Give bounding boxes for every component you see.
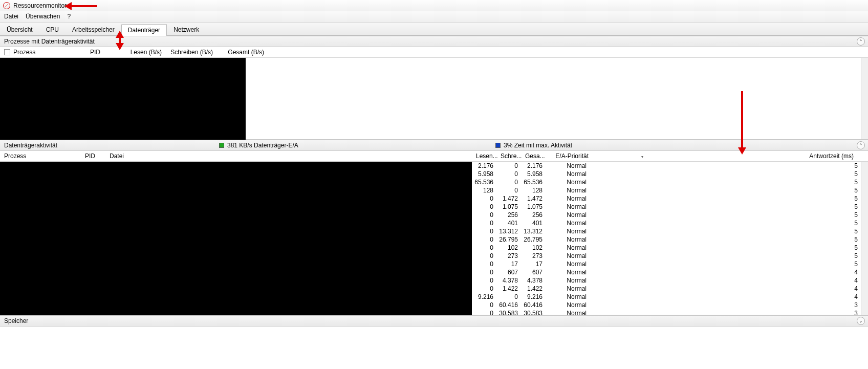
select-all-checkbox[interactable]: [4, 49, 10, 55]
table-row[interactable]: 030.58330.583Normal3: [472, 309, 861, 315]
busy-label: 3% Zeit mit max. Aktivität: [504, 142, 572, 149]
table-row[interactable]: 01.0751.075Normal5: [472, 203, 861, 211]
diskactivity-body: 2.17602.176Normal55.95805.958Normal565.5…: [0, 162, 868, 315]
table-row[interactable]: 0273273Normal5: [472, 252, 861, 260]
processes-body: [0, 58, 868, 140]
io-indicator-icon: [219, 143, 224, 148]
col-read[interactable]: Lesen...: [476, 153, 501, 160]
tab-memory[interactable]: Arbeitsspeicher: [66, 24, 121, 35]
col-pid[interactable]: PID: [90, 49, 121, 56]
table-row[interactable]: 0607607Normal4: [472, 268, 861, 276]
table-row[interactable]: 060.41660.416Normal3: [472, 301, 861, 309]
io-label: 381 KB/s Datenträger-E/A: [227, 142, 298, 149]
col-priority[interactable]: E/A-Priorität: [550, 153, 594, 160]
table-row[interactable]: 0102102Normal5: [472, 244, 861, 252]
collapse-icon[interactable]: ⌃: [857, 141, 865, 149]
redacted-process-file-list: [0, 162, 472, 315]
window-title: Ressourcenmonitor: [13, 2, 67, 9]
scrollbar[interactable]: [861, 58, 868, 139]
col-process[interactable]: Prozess: [4, 153, 85, 160]
expand-icon[interactable]: ⌄: [857, 317, 865, 325]
window-titlebar: Ressourcenmonitor: [0, 0, 868, 11]
collapse-icon[interactable]: ⌃: [857, 37, 865, 46]
tab-network[interactable]: Netzwerk: [167, 24, 206, 35]
col-file[interactable]: Datei: [110, 153, 476, 160]
table-row[interactable]: 9.21609.216Normal4: [472, 293, 861, 301]
table-row[interactable]: 65.536065.536Normal5: [472, 178, 861, 186]
col-write[interactable]: Schreiben (B/s): [162, 49, 213, 56]
col-sort-indicator: ▾: [594, 153, 696, 160]
panel-diskactivity-title: Datenträgeraktivität: [4, 142, 219, 149]
diskactivity-data-columns: 2.17602.176Normal55.95805.958Normal565.5…: [472, 162, 861, 315]
disk-busy-metric: 3% Zeit mit max. Aktivität: [495, 142, 572, 149]
col-total[interactable]: Gesamt (B/s): [213, 49, 264, 56]
menu-file[interactable]: Datei: [4, 13, 18, 20]
table-row[interactable]: 0401401Normal5: [472, 219, 861, 227]
tab-cpu[interactable]: CPU: [39, 24, 66, 35]
menu-monitor[interactable]: Überwachen: [26, 13, 60, 20]
scrollbar[interactable]: [861, 162, 868, 315]
panel-storage-header[interactable]: Speicher ⌄: [0, 315, 868, 327]
processes-empty-area: [246, 58, 861, 139]
table-row[interactable]: 0256256Normal5: [472, 211, 861, 219]
tab-disk[interactable]: Datenträger: [121, 24, 167, 36]
menu-help[interactable]: ?: [67, 13, 71, 20]
panel-storage-title: Speicher: [4, 317, 28, 324]
table-row[interactable]: 01.4721.472Normal5: [472, 194, 861, 203]
table-row[interactable]: 026.79526.795Normal5: [472, 235, 861, 244]
col-write[interactable]: Schre...: [501, 153, 525, 160]
menubar: Datei Überwachen ?: [0, 11, 868, 23]
panel-diskactivity-header[interactable]: Datenträgeraktivität 381 KB/s Datenträge…: [0, 140, 868, 151]
col-pid[interactable]: PID: [85, 153, 110, 160]
panel-processes-title: Prozesse mit Datenträgeraktivität: [4, 38, 95, 45]
app-icon: [3, 2, 10, 9]
redacted-process-list: [0, 58, 246, 140]
table-row[interactable]: 013.31213.312Normal5: [472, 227, 861, 235]
col-response[interactable]: Antwortzeit (ms): [696, 153, 868, 160]
panel-processes-header[interactable]: Prozesse mit Datenträgeraktivität ⌃: [0, 36, 868, 47]
disk-io-metric: 381 KB/s Datenträger-E/A: [219, 142, 495, 149]
diskactivity-column-headers: Prozess PID Datei Lesen... Schre... Gesa…: [0, 151, 868, 162]
table-row[interactable]: 01.4221.422Normal4: [472, 285, 861, 293]
table-row[interactable]: 2.17602.176Normal5: [472, 162, 861, 170]
tab-strip: Übersicht CPU Arbeitsspeicher Datenträge…: [0, 23, 868, 36]
table-row[interactable]: 1280128Normal5: [472, 186, 861, 194]
table-row[interactable]: 01717Normal5: [472, 260, 861, 268]
col-read[interactable]: Lesen (B/s): [121, 49, 162, 56]
table-row[interactable]: 5.95805.958Normal5: [472, 170, 861, 178]
busy-indicator-icon: [495, 143, 501, 148]
table-row[interactable]: 04.3784.378Normal4: [472, 276, 861, 285]
processes-column-headers: Prozess PID Lesen (B/s) Schreiben (B/s) …: [0, 47, 868, 58]
col-total[interactable]: Gesa...: [525, 153, 550, 160]
col-process[interactable]: Prozess: [13, 49, 90, 56]
tab-overview[interactable]: Übersicht: [0, 24, 39, 35]
